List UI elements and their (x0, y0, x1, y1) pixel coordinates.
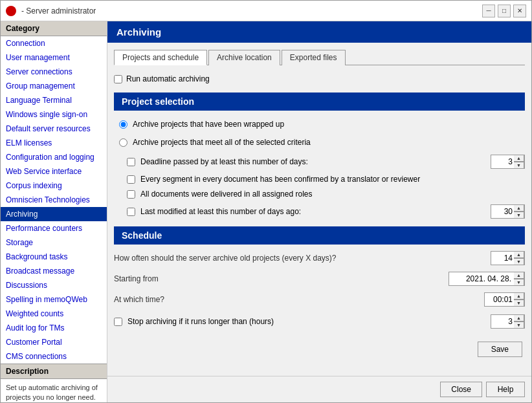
criteria-last-modified-up-btn[interactable]: ▲ (514, 204, 524, 212)
schedule-starting-from-buttons: ▲ ▼ (514, 272, 524, 286)
criteria-confirmed-label: Every segment in every document has been… (140, 175, 525, 184)
schedule-header: Schedule (114, 226, 525, 245)
criteria-last-modified-checkbox[interactable] (127, 208, 135, 216)
stop-archiving-spinner: ▲ ▼ (491, 314, 525, 329)
main-window: - Server administrator ─ □ ✕ Category Co… (0, 0, 532, 403)
sidebar-item-server-connections[interactable]: Server connections (1, 65, 107, 79)
maximize-button[interactable]: □ (498, 5, 511, 17)
run-automatic-archiving-row: Run automatic archiving (114, 72, 525, 86)
criteria-last-modified-input[interactable] (491, 205, 514, 218)
sidebar-item-language-terminal[interactable]: Language Terminal (1, 93, 107, 107)
content-area: Archiving Projects and schedule Archive … (107, 21, 531, 402)
stop-archiving-down-btn[interactable]: ▼ (514, 321, 524, 329)
sidebar-item-background-tasks[interactable]: Background tasks (1, 250, 107, 264)
sidebar-item-omniscien-technologies[interactable]: Omniscien Technologies (1, 193, 107, 207)
tabs-container: Projects and schedule Archive location E… (114, 49, 525, 65)
sidebar-item-corpus-indexing[interactable]: Corpus indexing (1, 179, 107, 193)
sidebar-item-user-management[interactable]: User management (1, 50, 107, 65)
schedule-starting-from-down-btn[interactable]: ▼ (514, 279, 524, 286)
criteria-delivered-row: All documents were delivered in all assi… (127, 188, 525, 200)
schedule-frequency-down-btn[interactable]: ▼ (514, 258, 524, 265)
criteria-deadline-spinner: ▲ ▼ (491, 155, 525, 169)
sidebar-item-default-server-resources[interactable]: Default server resources (1, 122, 107, 136)
window-title: - Server administrator (21, 6, 482, 16)
stop-archiving-spinner-buttons: ▲ ▼ (514, 314, 524, 329)
schedule-frequency-label: How often should the server archive old … (114, 254, 491, 263)
schedule-starting-from-label: Starting from (114, 274, 449, 283)
sidebar-item-archiving[interactable]: Archiving (1, 207, 107, 221)
radio-criteria[interactable] (119, 138, 127, 147)
schedule-frequency-input[interactable] (491, 252, 514, 265)
criteria-deadline-up-btn[interactable]: ▲ (514, 155, 524, 162)
criteria-deadline-checkbox[interactable] (127, 158, 135, 166)
sidebar-item-configuration-logging[interactable]: Configuration and logging (1, 150, 107, 164)
schedule-time-spinner-buttons: ▲ ▼ (514, 292, 524, 307)
radio-wrapped-up-label: Archive projects that have been wrapped … (133, 120, 284, 129)
sidebar-item-audit-log-tms[interactable]: Audit log for TMs (1, 321, 107, 335)
sidebar-description-section: Description Set up automatic archiving o… (1, 364, 107, 402)
sidebar: Category Connection User management Serv… (1, 21, 107, 402)
schedule-frequency-up-btn[interactable]: ▲ (514, 251, 524, 258)
stop-archiving-input[interactable] (491, 315, 514, 328)
tab-projects-schedule[interactable]: Projects and schedule (114, 50, 207, 65)
criteria-confirmed-checkbox[interactable] (127, 175, 135, 184)
criteria-deadline-row: Deadline passed by at least this number … (127, 153, 525, 170)
criteria-delivered-checkbox[interactable] (127, 190, 135, 199)
sidebar-item-elm-licenses[interactable]: ELM licenses (1, 136, 107, 150)
sidebar-item-storage[interactable]: Storage (1, 235, 107, 250)
criteria-deadline-label: Deadline passed by at least this number … (140, 157, 491, 166)
criteria-deadline-spinner-buttons: ▲ ▼ (514, 155, 524, 169)
schedule-time-down-btn[interactable]: ▼ (514, 300, 524, 307)
sidebar-item-spelling-memoqueb[interactable]: Spelling in memoQWeb (1, 292, 107, 307)
tab-archive-location[interactable]: Archive location (208, 50, 280, 65)
radio-criteria-row: Archive projects that meet all of the se… (114, 135, 525, 149)
description-text: Set up automatic archiving of projects y… (1, 379, 107, 402)
criteria-confirmed-row: Every segment in every document has been… (127, 173, 525, 185)
schedule-frequency-row: How often should the server archive old … (114, 251, 525, 265)
titlebar: - Server administrator ─ □ ✕ (1, 1, 531, 21)
main-content: Category Connection User management Serv… (1, 21, 531, 402)
schedule-frequency-spinner-buttons: ▲ ▼ (514, 251, 524, 265)
schedule-starting-from-input[interactable] (449, 272, 514, 285)
schedule-time-up-btn[interactable]: ▲ (514, 292, 524, 300)
schedule-starting-from-up-btn[interactable]: ▲ (514, 272, 524, 279)
sidebar-item-cms-connections[interactable]: CMS connections (1, 349, 107, 364)
sidebar-item-group-management[interactable]: Group management (1, 79, 107, 93)
schedule-frequency-spinner: ▲ ▼ (491, 251, 525, 265)
schedule-time-row: At which time? ▲ ▼ (114, 292, 525, 307)
save-area: Save (114, 336, 525, 362)
sidebar-item-customer-portal[interactable]: Customer Portal (1, 335, 107, 349)
sidebar-item-discussions[interactable]: Discussions (1, 278, 107, 292)
schedule-starting-from-spinner: ▲ ▼ (449, 272, 525, 286)
criteria-delivered-label: All documents were delivered in all assi… (140, 190, 525, 199)
sidebar-item-broadcast-message[interactable]: Broadcast message (1, 264, 107, 278)
sidebar-item-weighted-counts[interactable]: Weighted counts (1, 307, 107, 321)
radio-wrapped-up[interactable] (119, 120, 127, 129)
close-button[interactable]: ✕ (513, 5, 526, 17)
titlebar-buttons: ─ □ ✕ (482, 5, 526, 17)
schedule-time-spinner: ▲ ▼ (484, 292, 525, 307)
sidebar-item-connection[interactable]: Connection (1, 36, 107, 50)
criteria-deadline-down-btn[interactable]: ▼ (514, 162, 524, 169)
criteria-last-modified-down-btn[interactable]: ▼ (514, 212, 524, 219)
schedule-time-label: At which time? (114, 295, 484, 304)
help-button[interactable]: Help (486, 382, 525, 397)
description-header: Description (1, 364, 107, 379)
criteria-deadline-input[interactable] (491, 155, 514, 168)
criteria-last-modified-spinner-buttons: ▲ ▼ (514, 204, 524, 219)
radio-criteria-label: Archive projects that meet all of the se… (133, 138, 311, 147)
minimize-button[interactable]: ─ (482, 5, 495, 17)
sidebar-item-web-service-interface[interactable]: Web Service interface (1, 164, 107, 179)
footer-buttons: Close Help (107, 376, 531, 402)
tab-exported-files[interactable]: Exported files (282, 50, 346, 65)
sidebar-item-windows-sso[interactable]: Windows single sign-on (1, 107, 107, 122)
sidebar-item-performance-counters[interactable]: Performance counters (1, 221, 107, 235)
close-button[interactable]: Close (440, 382, 482, 397)
schedule-starting-from-row: Starting from ▲ ▼ (114, 272, 525, 286)
stop-archiving-up-btn[interactable]: ▲ (514, 314, 524, 321)
save-button[interactable]: Save (478, 342, 522, 357)
criteria-last-modified-label: Last modified at least this number of da… (140, 207, 491, 216)
schedule-time-input[interactable] (485, 293, 514, 306)
stop-archiving-checkbox[interactable] (114, 318, 122, 326)
run-automatic-archiving-checkbox[interactable] (114, 75, 122, 83)
